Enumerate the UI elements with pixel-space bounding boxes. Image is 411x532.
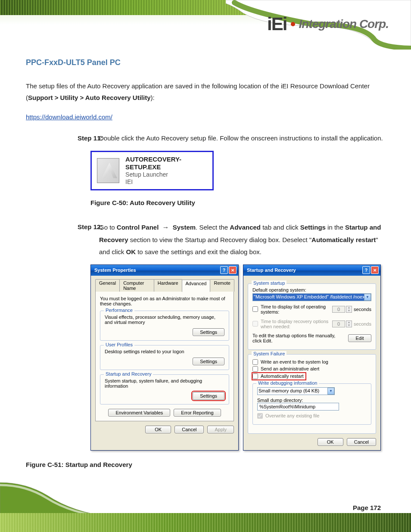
step-12: Step 12: Go to Control Panel → System. S… <box>26 221 385 258</box>
arrow-icon: → <box>161 221 171 234</box>
time-recovery-checkbox: Time to display recovery options when ne… <box>252 319 330 329</box>
close-icon[interactable]: ✕ <box>371 266 379 274</box>
error-reporting-button[interactable]: Error Reporting <box>174 409 221 417</box>
system-startup-group: System startup Default operating system:… <box>248 283 376 350</box>
dump-dir-label: Small dump directory: <box>257 398 367 403</box>
chevron-down-icon[interactable]: ▼ <box>364 294 371 301</box>
startup-titlebar: Startup and Recovery ? ✕ <box>243 265 380 276</box>
chevron-down-icon[interactable]: ▼ <box>327 388 334 395</box>
step-11-text: Double click the Auto Recovery setup fil… <box>99 134 383 142</box>
figure-50-caption: Figure C-50: Auto Recovery Utility <box>90 199 385 206</box>
sysprop-apply-button: Apply <box>207 426 234 433</box>
send-alert-checkbox[interactable]: Send an administrative alert <box>252 366 371 372</box>
intro-paragraph: The setup files of the Auto Recovery app… <box>26 80 385 103</box>
auto-restart-highlight: Automatically restart <box>252 373 305 380</box>
startup-recovery-dialog: Startup and Recovery ? ✕ System startup … <box>243 264 381 451</box>
default-os-label: Default operating system: <box>252 287 371 292</box>
page-header: iEi Integration Corp. <box>0 0 411 50</box>
startup-title: Startup and Recovery <box>247 268 296 273</box>
system-properties-dialog: System Properties ? ✕ General Computer N… <box>90 264 239 451</box>
setup-launcher-item[interactable]: AUTORECOVERY-SETUP.EXE Setup Launcher IE… <box>90 151 214 190</box>
tab-hardware[interactable]: Hardware <box>154 279 182 292</box>
performance-legend: Performance <box>104 308 134 313</box>
default-os-select[interactable]: "Microsoft Windows XP Embedded" /fastdet… <box>252 293 371 301</box>
overwrite-checkbox: Overwrite any existing file <box>257 413 367 419</box>
write-debug-group: Write debugging information Small memory… <box>252 383 371 425</box>
sysprop-titlebar: System Properties ? ✕ <box>91 265 238 276</box>
sysprop-note: You must be logged on as an Administrato… <box>100 296 229 306</box>
sysprop-title: System Properties <box>94 268 136 273</box>
tab-computer-name[interactable]: Computer Name <box>119 279 154 292</box>
tab-remote[interactable]: Remote <box>210 279 234 292</box>
user-profiles-settings-button[interactable]: Settings <box>193 358 224 365</box>
user-profiles-text: Desktop settings related to your logon <box>105 349 224 354</box>
sysprop-ok-button[interactable]: OK <box>145 426 171 433</box>
performance-settings-button[interactable]: Settings <box>193 328 224 336</box>
launcher-line3: IEI <box>125 178 207 186</box>
system-failure-group: System Failure Write an event to the sys… <box>248 354 376 434</box>
step-11: Step 11: Double click the Auto Recovery … <box>26 132 385 145</box>
startup-cancel-button[interactable]: Cancel <box>347 438 376 446</box>
startup-recovery-settings-button[interactable]: Settings <box>193 392 224 400</box>
write-event-checkbox[interactable]: Write an event to the system log <box>252 359 371 365</box>
setup-launcher-icon <box>97 158 119 183</box>
document-title: PPC-FxxD-ULT5 Panel PC <box>26 58 385 67</box>
logo-subtitle: Integration Corp. <box>299 17 389 31</box>
page-content: PPC-FxxD-ULT5 Panel PC The setup files o… <box>0 50 411 468</box>
step-11-number: Step 11: <box>78 132 103 145</box>
startup-recovery-group: Startup and Recovery System startup, sys… <box>100 374 229 404</box>
launcher-filename: AUTORECOVERY-SETUP.EXE <box>125 156 207 171</box>
startup-recovery-text: System startup, system failure, and debu… <box>105 378 224 389</box>
tab-general[interactable]: General <box>95 279 120 292</box>
help-icon[interactable]: ? <box>220 266 228 274</box>
dump-dir-input[interactable] <box>257 403 339 411</box>
system-startup-legend: System startup <box>252 280 286 286</box>
edit-line-text: To edit the startup options file manuall… <box>252 333 346 343</box>
close-icon[interactable]: ✕ <box>229 266 237 274</box>
sysprop-tabs: General Computer Name Hardware Advanced … <box>95 279 234 292</box>
footer-green-strip <box>0 513 411 532</box>
env-vars-button[interactable]: Environment Variables <box>108 409 170 417</box>
logo-text: iEi <box>267 14 286 34</box>
page-footer: Page 172 <box>0 482 411 532</box>
edit-button[interactable]: Edit <box>348 334 371 342</box>
launcher-line2: Setup Launcher <box>125 171 207 178</box>
startup-recovery-legend: Startup and Recovery <box>104 371 153 376</box>
figure-51-caption: Figure C-51: Startup and Recovery <box>26 461 385 468</box>
auto-restart-checkbox[interactable]: Automatically restart <box>252 373 304 379</box>
intro-path: Support > Utility > Auto Recovery Utilit… <box>28 94 151 101</box>
dump-type-select[interactable]: Small memory dump (64 KB) <box>257 387 335 395</box>
tab-advanced[interactable]: Advanced <box>182 280 211 292</box>
page-number: Page 172 <box>353 504 381 511</box>
figure-50: AUTORECOVERY-SETUP.EXE Setup Launcher IE… <box>90 151 385 206</box>
time-list-checkbox[interactable]: Time to display list of operating system… <box>252 304 330 314</box>
user-profiles-group: User Profiles Desktop settings related t… <box>100 345 229 370</box>
startup-ok-button[interactable]: OK <box>318 438 343 446</box>
logo-dot-icon <box>291 22 295 26</box>
performance-group: Performance Visual effects, processor sc… <box>100 311 229 341</box>
write-debug-legend: Write debugging information <box>256 380 319 386</box>
user-profiles-legend: User Profiles <box>104 342 134 347</box>
figure-51: System Properties ? ✕ General Computer N… <box>90 264 385 451</box>
time-list-spinner[interactable]: ▲▼ <box>332 306 352 313</box>
step-12-number: Step 12: <box>78 221 103 233</box>
setup-launcher-text: AUTORECOVERY-SETUP.EXE Setup Launcher IE… <box>125 156 207 186</box>
download-url: https://download.ieiworld.com/ <box>26 111 385 123</box>
performance-text: Visual effects, processor scheduling, me… <box>105 314 224 325</box>
intro-post: ): <box>151 94 155 101</box>
system-failure-legend: System Failure <box>252 351 286 356</box>
sysprop-cancel-button[interactable]: Cancel <box>174 426 204 433</box>
help-icon[interactable]: ? <box>362 266 370 274</box>
time-recovery-spinner: ▲▼ <box>332 320 352 327</box>
logo: iEi Integration Corp. <box>267 14 389 34</box>
